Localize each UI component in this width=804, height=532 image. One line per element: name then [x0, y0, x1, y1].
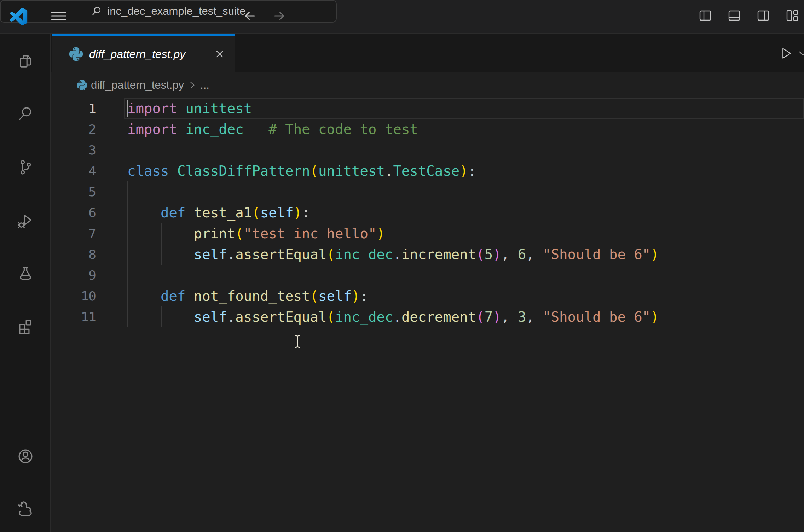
menu-icon[interactable]	[50, 7, 68, 24]
extensions-icon[interactable]	[0, 317, 51, 335]
line-number-9[interactable]: 9	[51, 265, 127, 286]
chevron-right-icon	[187, 81, 197, 90]
command-center-text: inc_dec_example_test_suite	[107, 5, 245, 18]
titlebar: inc_dec_example_test_suite	[0, 0, 804, 34]
editor-actions	[778, 34, 804, 72]
toggle-secondary-sidebar-icon[interactable]	[755, 7, 771, 24]
code-line-2[interactable]: 2import inc_dec # The code to test	[51, 119, 804, 140]
close-icon[interactable]	[213, 48, 226, 60]
tab-bar: diff_pattern_test.py	[51, 34, 804, 72]
toggle-primary-sidebar-icon[interactable]	[697, 7, 713, 24]
go-forward-icon[interactable]	[271, 7, 288, 24]
code-text: import inc_dec # The code to test	[127, 119, 418, 140]
tabbar-border	[235, 72, 804, 72]
code-text: self.assertEqual(inc_dec.decrement(7), 3…	[127, 306, 659, 327]
python-file-icon	[77, 80, 87, 90]
explorer-icon[interactable]	[0, 52, 51, 70]
layout-controls	[697, 7, 804, 24]
line-number-6[interactable]: 6	[51, 202, 127, 223]
line-number-10[interactable]: 10	[51, 286, 127, 306]
code-line-1[interactable]: 1import unittest	[51, 98, 804, 119]
main-area: diff_pattern_test.py	[0, 34, 804, 532]
python-environments-snake-icon[interactable]	[0, 499, 51, 517]
code-text: import unittest	[127, 98, 252, 119]
run-options-chevron-icon[interactable]	[798, 48, 804, 59]
ibeam-mouse-pointer	[291, 334, 308, 349]
source-control-icon[interactable]	[0, 158, 51, 176]
line-number-3[interactable]: 3	[51, 140, 127, 160]
customize-layout-icon[interactable]	[784, 7, 800, 24]
code-line-11[interactable]: 11 self.assertEqual(inc_dec.decrement(7)…	[51, 306, 804, 327]
search-icon	[91, 6, 102, 17]
code-text: print("test_inc hello")	[127, 223, 385, 244]
code-line-9[interactable]: 9	[51, 265, 804, 286]
code-editor[interactable]: 1import unittest2import inc_dec # The co…	[51, 98, 804, 532]
editor-group: diff_pattern_test.py	[51, 34, 804, 532]
code-line-7[interactable]: 7 print("test_inc hello")	[51, 223, 804, 244]
tab-label: diff_pattern_test.py	[89, 48, 185, 61]
code-lines: 1import unittest2import inc_dec # The co…	[51, 98, 804, 327]
code-line-10[interactable]: 10 def not_found_test(self):	[51, 286, 804, 306]
code-line-6[interactable]: 6 def test_a1(self):	[51, 202, 804, 223]
code-line-3[interactable]: 3	[51, 140, 804, 160]
code-text: def test_a1(self):	[127, 202, 310, 223]
code-text: def not_found_test(self):	[127, 286, 368, 306]
account-icon[interactable]	[0, 447, 51, 466]
line-number-8[interactable]: 8	[51, 244, 127, 265]
activity-bar	[0, 34, 51, 532]
breadcrumb-file[interactable]: diff_pattern_test.py	[91, 79, 184, 92]
code-line-5[interactable]: 5	[51, 181, 804, 202]
line-number-4[interactable]: 4	[51, 160, 127, 181]
breadcrumb: diff_pattern_test.py ...	[51, 72, 804, 98]
line-number-1[interactable]: 1	[51, 98, 127, 119]
code-text: class ClassDiffPattern(unittest.TestCase…	[127, 160, 476, 181]
search-sidebar-icon[interactable]	[0, 104, 51, 123]
run-icon[interactable]	[778, 45, 794, 62]
vscode-window: inc_dec_example_test_suite	[0, 0, 804, 532]
line-number-5[interactable]: 5	[51, 181, 127, 202]
code-text: self.assertEqual(inc_dec.increment(5), 6…	[127, 244, 659, 265]
go-back-icon[interactable]	[242, 7, 259, 24]
vscode-logo-icon	[10, 8, 28, 25]
line-number-2[interactable]: 2	[51, 119, 127, 140]
line-number-7[interactable]: 7	[51, 223, 127, 244]
run-and-debug-icon[interactable]	[0, 211, 51, 229]
toggle-panel-icon[interactable]	[726, 7, 742, 24]
python-file-icon	[69, 47, 83, 61]
testing-icon[interactable]	[0, 264, 51, 282]
breadcrumb-symbol[interactable]: ...	[200, 79, 209, 92]
line-number-11[interactable]: 11	[51, 306, 127, 327]
tab-diff-pattern-test[interactable]: diff_pattern_test.py	[52, 34, 235, 72]
code-line-4[interactable]: 4class ClassDiffPattern(unittest.TestCas…	[51, 160, 804, 181]
code-line-8[interactable]: 8 self.assertEqual(inc_dec.increment(5),…	[51, 244, 804, 265]
